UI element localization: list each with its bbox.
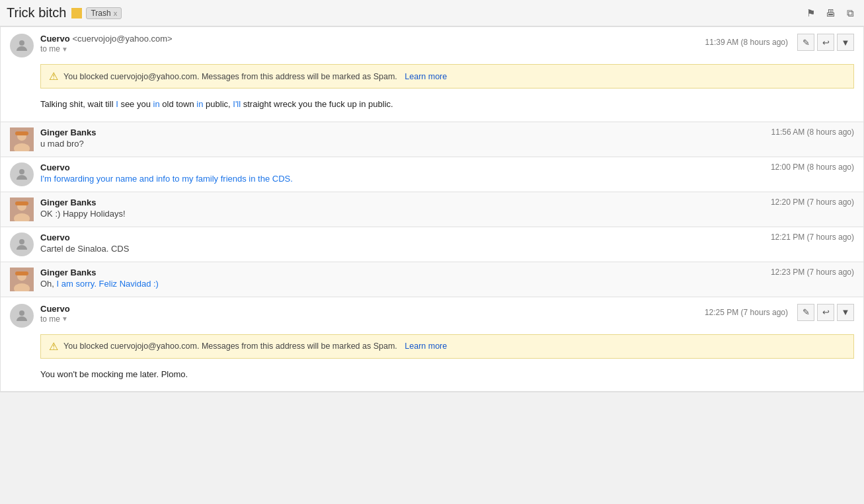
email-item-3: Cuervo I'm forwarding your name and info… <box>1 157 863 192</box>
subject-title: Trick bitch <box>7 5 66 20</box>
email-time-5: 12:21 PM (7 hours ago) <box>771 233 854 242</box>
importance-icon-1[interactable]: ✎ <box>797 34 814 51</box>
print-button[interactable]: 🖶 <box>823 6 838 20</box>
email-time-7: 12:25 PM (7 hours ago) ✎ ↩ ▼ <box>705 304 854 321</box>
blue-i-6: I am sorry. Feliz Navidad :) <box>57 279 159 289</box>
email-thread: Cuervo <cuervojojo@yahoo.com> to me ▼ 11… <box>0 26 864 392</box>
label-icon <box>71 8 82 18</box>
avatar-5 <box>10 233 34 256</box>
email-actions-7: ✎ ↩ ▼ <box>797 304 854 321</box>
avatar-3 <box>10 162 34 186</box>
sender-email-text-1: <cuervojojo@yahoo.com> <box>72 34 172 44</box>
blue-in2-1: in <box>196 99 203 109</box>
sender-info-5: Cuervo Cartel de Sinaloa. CDS <box>40 233 129 254</box>
email-actions-1: ✎ ↩ ▼ <box>797 34 854 51</box>
svg-point-0 <box>19 40 24 46</box>
blue-i-1: I <box>116 99 118 109</box>
time-text-2: 11:56 AM (8 hours ago) <box>771 127 854 137</box>
person-icon-7 <box>14 308 30 324</box>
svg-rect-9 <box>15 201 28 205</box>
to-dropdown-7[interactable]: ▼ <box>61 315 68 322</box>
sender-info-2: Ginger Banks u mad bro? <box>40 127 97 149</box>
person-icon-3 <box>14 166 30 182</box>
email-item-1: Cuervo <cuervojojo@yahoo.com> to me ▼ 11… <box>1 27 863 122</box>
spam-banner-box-1: ⚠ You blocked cuervojojo@yahoo.com. Mess… <box>40 64 854 89</box>
to-dropdown-1[interactable]: ▼ <box>61 46 68 53</box>
warning-icon-1: ⚠ <box>49 70 58 83</box>
email-left-2: Ginger Banks u mad bro? <box>10 127 97 151</box>
email-item-6: Ginger Banks Oh, I am sorry. Feliz Navid… <box>1 262 863 297</box>
email-left-4: Ginger Banks OK :) Happy Holidays! <box>10 198 126 221</box>
svg-point-15 <box>19 310 24 316</box>
email-left-5: Cuervo Cartel de Sinaloa. CDS <box>10 233 129 256</box>
sender-info-1: Cuervo <cuervojojo@yahoo.com> to me ▼ <box>40 34 173 54</box>
email-body-6: Oh, I am sorry. Feliz Navidad :) <box>40 279 159 289</box>
sender-name-text-1: Cuervo <box>40 34 70 44</box>
learn-more-link-7[interactable]: Learn more <box>405 342 447 351</box>
more-button-1[interactable]: ▼ <box>837 34 854 51</box>
warning-icon-7: ⚠ <box>49 340 58 353</box>
email-item-5: Cuervo Cartel de Sinaloa. CDS 12:21 PM (… <box>1 227 863 262</box>
time-text-3: 12:00 PM (8 hours ago) <box>771 162 854 172</box>
avatar-1 <box>10 34 34 57</box>
email-item-4: Ginger Banks OK :) Happy Holidays! 12:20… <box>1 192 863 227</box>
new-window-button[interactable]: ⧉ <box>843 6 857 20</box>
top-bar: Trick bitch Trash x ⚑ 🖶 ⧉ <box>0 0 864 26</box>
email-header-3: Cuervo I'm forwarding your name and info… <box>10 162 854 186</box>
email-header-7: Cuervo to me ▼ 12:25 PM (7 hours ago) ✎ … <box>10 304 854 328</box>
flag-button[interactable]: ⚑ <box>803 6 818 20</box>
email-header-left-7: Cuervo to me ▼ <box>10 304 70 328</box>
reply-button-1[interactable]: ↩ <box>817 34 834 51</box>
email-body-3: I'm forwarding your name and info to my … <box>40 174 293 184</box>
importance-icon-7[interactable]: ✎ <box>797 304 814 321</box>
sender-info-4: Ginger Banks OK :) Happy Holidays! <box>40 198 126 219</box>
email-body-2: u mad bro? <box>40 139 97 149</box>
email-body-5: Cartel de Sinaloa. CDS <box>40 244 129 254</box>
svg-rect-4 <box>15 131 28 135</box>
spam-text-1: You blocked cuervojojo@yahoo.com. Messag… <box>63 72 399 81</box>
svg-point-5 <box>19 169 24 174</box>
email-left-3: Cuervo I'm forwarding your name and info… <box>10 162 293 186</box>
avatar-2 <box>10 127 34 151</box>
sender-name-text-4: Ginger Banks <box>40 198 97 207</box>
ginger-avatar-6 <box>10 268 34 291</box>
svg-point-10 <box>19 239 24 244</box>
email-time-6: 12:23 PM (7 hours ago) <box>771 268 854 277</box>
avatar-6 <box>10 268 34 291</box>
tag-label: Trash <box>91 9 110 18</box>
svg-rect-14 <box>15 271 28 275</box>
sender-info-3: Cuervo I'm forwarding your name and info… <box>40 162 293 184</box>
time-text-6: 12:23 PM (7 hours ago) <box>771 268 854 277</box>
ginger-avatar-4 <box>10 198 34 221</box>
spam-banner-box-7: ⚠ You blocked cuervojojo@yahoo.com. Mess… <box>40 334 854 359</box>
blue-im-3: I'm forwarding your name and info to my … <box>40 174 293 184</box>
sender-name-text-2: Ginger Banks <box>40 127 97 137</box>
time-text-4: 12:20 PM (7 hours ago) <box>771 198 854 207</box>
time-text-1: 11:39 AM (8 hours ago) <box>705 38 788 47</box>
email-time-1: 11:39 AM (8 hours ago) ✎ ↩ ▼ <box>705 34 854 51</box>
email-body-1: Talking shit, wait till I see you in old… <box>40 92 854 114</box>
sender-name-text-3: Cuervo <box>40 162 70 172</box>
email-time-2: 11:56 AM (8 hours ago) <box>771 127 854 137</box>
more-button-7[interactable]: ▼ <box>837 304 854 321</box>
reply-button-7[interactable]: ↩ <box>817 304 834 321</box>
top-right-icons: ⚑ 🖶 ⧉ <box>803 6 857 20</box>
tag-trash[interactable]: Trash x <box>86 7 122 19</box>
spam-banner-1: ⚠ You blocked cuervojojo@yahoo.com. Mess… <box>40 64 854 89</box>
email-item-2: Ginger Banks u mad bro? 11:56 AM (8 hour… <box>1 122 863 157</box>
avatar-7 <box>10 304 34 328</box>
email-header-4: Ginger Banks OK :) Happy Holidays! 12:20… <box>10 198 854 221</box>
to-label-7: to me <box>40 314 60 324</box>
person-icon-5 <box>14 236 30 252</box>
tag-close-button[interactable]: x <box>114 9 118 17</box>
blue-in-1: in <box>153 99 160 109</box>
email-left-6: Ginger Banks Oh, I am sorry. Feliz Navid… <box>10 268 159 291</box>
sender-name-text-5: Cuervo <box>40 233 70 242</box>
email-header-1: Cuervo <cuervojojo@yahoo.com> to me ▼ 11… <box>10 34 854 57</box>
ginger-avatar-2 <box>10 127 34 151</box>
learn-more-link-1[interactable]: Learn more <box>405 72 447 81</box>
to-me-1: to me ▼ <box>40 44 173 54</box>
to-me-7: to me ▼ <box>40 314 70 324</box>
sender-name-text-6: Ginger Banks <box>40 268 97 277</box>
email-header-5: Cuervo Cartel de Sinaloa. CDS 12:21 PM (… <box>10 233 854 256</box>
